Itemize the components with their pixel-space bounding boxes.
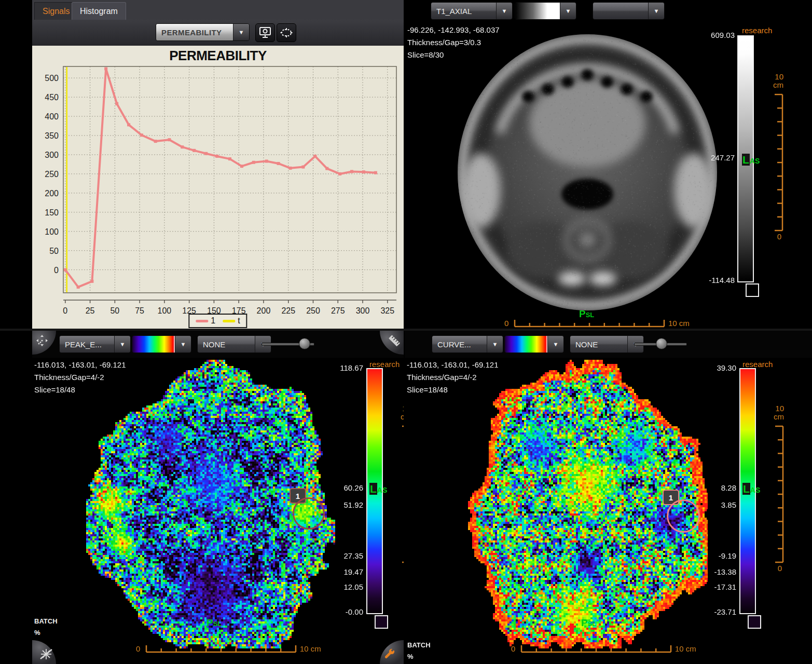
x-tick-label: 75 [135,306,144,315]
x-tick-label: 0 [63,306,67,315]
horizontal-scale-ruler: 0 10 cm [504,318,696,329]
chevron-down-icon[interactable]: ▼ [560,3,576,19]
x-tick-label: 250 [306,306,320,315]
x-tick-label: 50 [110,306,119,315]
overlay-select[interactable]: NONE ▼ [570,335,644,353]
legend-label: t [238,316,240,326]
overlay-select[interactable]: ▼ [593,2,665,20]
colorbar-min-swatch [375,615,388,629]
x-tick-label: 325 [380,306,394,315]
colorbar-value: 8.28 [721,483,736,492]
rainbow-colormap-swatch[interactable] [132,336,175,353]
thickness-gap: Thickness/Gap=3/0.3 [407,36,500,49]
orientation-label-psl: PSL [207,617,222,629]
chevron-down-icon[interactable]: ▼ [496,3,512,19]
vertical-scale-ruler: 10 cm 0 [389,404,404,581]
slice-info: -96.226, -142.993, -68.037 Thickness/Gap… [407,24,500,61]
map-select[interactable]: PEAK_E... ▼ [59,335,131,353]
x-tick-label: 200 [257,306,271,315]
y-tick-label: 0 [54,266,59,275]
colorbar-value: 19.47 [343,567,363,576]
overlay-select[interactable]: NONE ▼ [197,335,271,353]
research-label: research [369,360,400,369]
measure-tool-button[interactable] [380,331,404,355]
colorbar-value: -23.71 [714,607,736,616]
colorbar-value: 60.26 [343,483,363,492]
colorbar-value: 3.85 [721,500,736,509]
y-tick-label: 150 [45,208,59,217]
chart-title: PERMEABILITY [32,48,404,64]
grayscale-colormap-swatch[interactable] [515,3,560,19]
map-select[interactable]: CURVE... ▼ [432,335,503,353]
peak-enhancement-viewport: PEAK_E... ▼ ▼ NONE ▼ -116.013, -163.01, … [32,331,404,664]
curve-map-viewport: CURVE... ▼ ▼ NONE ▼ -116.013, -163.01, -… [405,331,812,664]
colorbar-value: -13.38 [714,567,736,576]
roi-circle-1[interactable] [293,497,325,530]
chevron-down-icon[interactable]: ▼ [648,3,664,19]
slice-info: -116.013, -163.01, -69.121 Thickness/Gap… [34,359,126,396]
map-type-select[interactable]: PERMEABILITY ▼ [156,23,250,41]
roi-circle-1[interactable] [667,499,700,533]
legend-label: 1 [211,316,215,326]
colorbar-value: 118.67 [340,363,363,372]
slider-thumb[interactable] [656,338,667,349]
chevron-down-icon[interactable]: ▼ [114,336,130,353]
research-label: research [742,26,772,35]
empty-option[interactable] [593,3,648,19]
horizontal-scale-ruler: 0 10 cm [511,643,703,656]
screenshot-button[interactable] [255,23,275,42]
pan-icon [36,334,48,347]
y-tick-label: 200 [45,189,59,198]
y-tick-label: 400 [45,112,59,121]
settings-tool-button[interactable] [380,640,404,664]
thickness-gap: Thickness/Gap=4/-2 [34,371,126,384]
t1-axial-viewport: T1_AXIAL ▼ ▼ ▼ -96.226, -142.993, -68.03… [405,0,812,329]
colorbar-min-swatch [748,615,761,629]
colorbar-value: -114.48 [709,276,735,284]
chart-toolbar: PERMEABILITY ▼ [32,20,404,46]
chevron-down-icon[interactable]: ▼ [547,336,563,353]
roi-select-button[interactable] [277,23,296,42]
colorbar-labels: 609.03247.27-114.48 [684,35,735,280]
tab-histogram[interactable]: Histogram [72,2,126,20]
colorbar-value: 51.92 [343,500,363,509]
orientation-label-las: LAS [742,483,760,495]
y-tick-label: 50 [49,247,59,255]
rainbow-colormap-swatch[interactable] [505,336,547,353]
y-tick-label: 300 [45,151,59,159]
chart-area[interactable]: PERMEABILITY 050100150200250300350400450… [32,46,404,329]
slider-thumb[interactable] [299,338,310,349]
y-tick-label: 350 [45,131,59,140]
permeability-chart[interactable]: 0501001502002503003504004505000255075100… [32,64,404,317]
batch-unit: % [407,653,414,660]
chart-legend: 1t [188,314,247,328]
chevron-down-icon[interactable]: ▼ [175,336,191,353]
opacity-slider[interactable] [262,335,313,352]
colorbar-value: 609.03 [711,31,735,39]
viewer-toolbar: PEAK_E... ▼ ▼ NONE ▼ [32,331,404,358]
chevron-down-icon[interactable]: ▼ [233,24,249,40]
tab-bar: Signals Histogram [32,0,404,20]
x-tick-label: 25 [86,306,95,315]
colorbar-value: -17.31 [714,582,736,591]
sequence-select[interactable]: T1_AXIAL ▼ [431,2,513,20]
roi-marquee-icon [280,26,293,39]
slice-info: -116.013, -163.01, -69.121 Thickness/Gap… [407,359,499,396]
y-tick-label: 500 [45,74,59,83]
colorbar-value: -9.19 [719,551,736,560]
screenshot-icon [258,26,272,39]
chevron-down-icon[interactable]: ▼ [487,336,503,353]
opacity-slider[interactable] [634,335,686,352]
pan-tool-button[interactable] [32,331,56,355]
x-tick-label: 275 [331,306,345,315]
colormap-select[interactable]: ▼ [515,2,576,20]
legend-swatch [196,320,208,322]
disable-link-button[interactable] [32,640,56,664]
orientation-label-las: LAS [369,483,387,495]
colormap-select[interactable]: ▼ [504,335,564,353]
vertical-scale-ruler: 10 cm 0 [762,404,787,581]
batch-unit: % [34,629,40,636]
x-tick-label: 225 [281,306,295,315]
colormap-select[interactable]: ▼ [132,335,191,353]
viewer-toolbar: CURVE... ▼ ▼ NONE ▼ [405,331,812,358]
